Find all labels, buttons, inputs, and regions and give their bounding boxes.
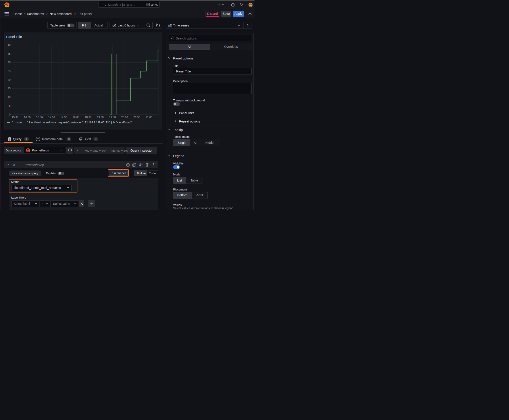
svg-text:10: 10: [8, 96, 11, 99]
svg-text:15: 15: [8, 87, 11, 90]
svg-text:20:00: 20:00: [121, 116, 128, 119]
svg-text:15:30: 15:30: [11, 116, 18, 119]
svg-text:?: ?: [128, 164, 129, 166]
svg-text:?: ?: [233, 4, 234, 6]
svg-text:16:30: 16:30: [36, 116, 43, 119]
svg-text:5: 5: [9, 104, 11, 107]
svg-text:16:00: 16:00: [24, 116, 30, 119]
svg-text:19:00: 19:00: [97, 116, 103, 119]
svg-text:40: 40: [8, 44, 11, 47]
svg-text:20:30: 20:30: [133, 116, 140, 119]
svg-text:25: 25: [8, 69, 11, 73]
svg-text:21:00: 21:00: [145, 116, 152, 119]
svg-text:19:30: 19:30: [109, 116, 116, 119]
svg-text:?: ?: [69, 149, 70, 151]
svg-text:20: 20: [8, 78, 11, 82]
svg-text:18:00: 18:00: [73, 116, 79, 119]
svg-text:35: 35: [8, 52, 11, 55]
svg-text:18:30: 18:30: [85, 116, 91, 119]
svg-text:30: 30: [8, 61, 11, 64]
svg-text:17:00: 17:00: [48, 116, 55, 119]
svg-text:0: 0: [9, 113, 11, 116]
svg-text:17:30: 17:30: [60, 116, 67, 119]
